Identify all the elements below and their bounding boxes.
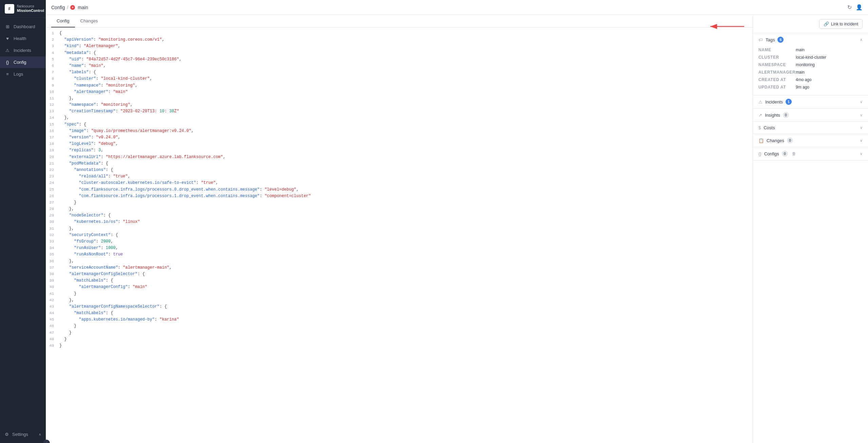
topbar-actions: ↻ 👤 [847,4,863,11]
code-line: 37 "serviceAccountName": "alertmanager-m… [46,265,753,271]
code-line: 44 "matchLabels": { [46,310,753,316]
incidents-icon: ⚠ [5,48,10,53]
tags-title: Tags [766,37,775,42]
code-line: 49} [46,343,753,349]
incidents-section-title: Incidents [765,99,783,104]
code-content[interactable]: 1{2 "apiVersion": "monitoring.coreos.com… [46,27,753,443]
dashboard-icon: ⊞ [5,24,10,29]
code-line: 38 "alertmanagerConfigSelector": { [46,271,753,277]
sidebar-item-incidents[interactable]: ⚠ Incidents [0,44,46,56]
tag-name: UPDATED AT [758,83,796,91]
incidents-header[interactable]: ⚠ Incidents 1 ∨ [753,95,868,108]
changes-header[interactable]: 📋 Changes 0 ∨ [753,134,868,147]
insights-section: ↗ Insights 0 ∨ [753,109,868,122]
configs-section: {} Configs 0 🗑 ∨ [753,147,868,160]
tag-value: main [796,69,863,76]
breadcrumb-config[interactable]: Config [51,5,65,10]
costs-section: $ Costs ∨ [753,122,868,134]
tag-name: NAMESPACE [758,61,796,69]
code-line: 24 "cluster-autoscaler.kubernetes.io/saf… [46,180,753,186]
tag-row: CLUSTERlocal-kind-cluster [758,54,863,61]
code-line: 42 }, [46,297,753,304]
main-content: Config / ● main ↻ 👤 Config Cha [46,0,868,443]
code-line: 20 "externalUrl": "https://alertmanager.… [46,154,753,160]
changes-count: 0 [787,137,793,143]
sidebar: F flanksource MissionControl ⊞ Dashboard… [0,0,46,443]
settings-chevron: ∧ [39,432,41,436]
tag-row: CREATED AT4mo ago [758,76,863,83]
code-line: 46 } [46,323,753,329]
tag-value: monitoring [796,61,863,69]
link-incident-button[interactable]: 🔗 Link to incident [819,19,863,29]
link-icon: 🔗 [824,21,829,26]
logo-brand: flanksource [17,4,44,8]
code-line: 41 } [46,291,753,297]
tags-header[interactable]: 🏷 Tags 6 ∧ [753,33,868,46]
insights-header[interactable]: ↗ Insights 0 ∨ [753,109,868,121]
user-icon: 👤 [856,4,863,11]
logs-icon: ≡ [5,72,10,77]
tag-value: local-kind-cluster [796,54,863,61]
tag-row: NAMEmain [758,46,863,54]
tags-count: 6 [777,37,784,43]
costs-chevron: ∨ [860,126,863,130]
app-logo: F flanksource MissionControl [0,0,46,18]
configs-header[interactable]: {} Configs 0 🗑 ∨ [753,147,868,160]
sidebar-item-logs[interactable]: ≡ Logs [0,68,46,80]
breadcrumb: Config / ● main [51,5,88,10]
costs-title: Costs [764,125,775,130]
insights-icon: ↗ [758,113,762,118]
logo-product: MissionControl [17,8,44,13]
tag-value: main [796,46,863,54]
changes-section-title: Changes [767,138,784,143]
code-line: 15 "spec": { [46,121,753,128]
configs-delete-icon[interactable]: 🗑 [792,151,796,156]
code-line: 27 } [46,199,753,206]
sidebar-item-health[interactable]: ♥ Health [0,33,46,44]
refresh-icon: ↻ [847,4,852,11]
code-line: 3 "kind": "Alertmanager", [46,43,753,50]
logo-icon: F [5,4,14,14]
code-line: 36 }, [46,258,753,265]
code-line: 35 "runAsNonRoot": true [46,251,753,258]
configs-count: 0 [782,151,788,157]
code-line: 43 "alertmanagerConfigNamespaceSelector"… [46,304,753,310]
link-incident-label: Link to incident [831,22,858,26]
code-line: 8 "cluster": "local-kind-cluster", [46,76,753,82]
code-line: 22 "annotations": { [46,167,753,173]
sidebar-item-dashboard[interactable]: ⊞ Dashboard [0,21,46,33]
code-panel: Config Changes 1{2 "apiVersion": "monito… [46,15,753,443]
code-line: 2 "apiVersion": "monitoring.coreos.com/v… [46,37,753,43]
code-line: 31 }, [46,226,753,232]
tags-chevron: ∧ [860,38,863,42]
tags-section: 🏷 Tags 6 ∧ NAMEmainCLUSTERlocal-kind-clu… [753,33,868,95]
breadcrumb-main[interactable]: ● main [70,5,88,10]
tab-config[interactable]: Config [51,15,75,27]
sidebar-item-config[interactable]: {} Config [0,56,46,68]
content-area: Config Changes 1{2 "apiVersion": "monito… [46,15,868,443]
sidebar-item-settings[interactable]: ⚙ Settings ∧ [0,428,46,440]
code-line: 4 "metadata": { [46,50,753,56]
tags-table: NAMEmainCLUSTERlocal-kind-clusterNAMESPA… [758,46,863,91]
code-line: 18 "logLevel": "debug", [46,141,753,147]
incidents-section-icon: ⚠ [758,99,763,104]
tags-icon: 🏷 [758,37,763,42]
configs-chevron: ∨ [860,152,863,156]
code-line: 10 "alertmanager": "main" [46,89,753,95]
code-line: 26 "com.flanksource.infra.logs/processor… [46,193,753,199]
code-line: 7 "labels": { [46,69,753,76]
code-line: 11 }, [46,95,753,102]
topbar: Config / ● main ↻ 👤 [46,0,868,15]
costs-header[interactable]: $ Costs ∨ [753,122,868,134]
tab-changes[interactable]: Changes [75,15,103,27]
settings-label: Settings [12,432,28,437]
changes-section: 📋 Changes 0 ∨ [753,134,868,147]
settings-icon: ⚙ [5,432,9,437]
tag-name: CLUSTER [758,54,796,61]
code-line: 48 } [46,336,753,343]
refresh-button[interactable]: ↻ [847,4,852,11]
insights-count: 0 [783,112,789,118]
incidents-section: ⚠ Incidents 1 ∨ [753,95,868,109]
user-button[interactable]: 👤 [856,4,863,11]
configs-title: Configs [764,151,779,156]
